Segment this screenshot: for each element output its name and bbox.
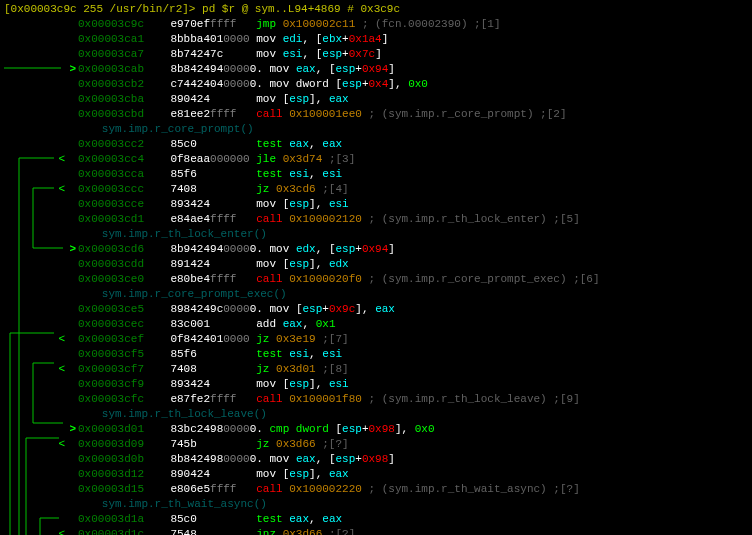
mnemonic: call — [256, 213, 282, 225]
address: 0x00003ce0 — [78, 273, 144, 285]
code-col: 0x00003cf9 893424 mov [esp], esi — [78, 377, 752, 392]
mnemonic: jmp — [256, 18, 276, 30]
address: 0x00003cf9 — [78, 378, 144, 390]
address: 0x00003cec — [78, 318, 144, 330]
mnemonic: mov dword — [269, 78, 328, 90]
address: 0x00003d1a — [78, 513, 144, 525]
asm-line: 0x00003cb2 c744240400000. mov dword [esp… — [4, 77, 748, 92]
asm-line: 0x00003c9c e970efffff jmp 0x100002c11 ; … — [4, 17, 748, 32]
address: 0x00003cdd — [78, 258, 144, 270]
code-col: 0x00003cca 85f6 test esi, esi — [78, 167, 752, 182]
gutter — [8, 347, 78, 362]
asm-line: 0x00003ce0 e80be4ffff call 0x1000020f0 ;… — [4, 272, 748, 287]
code-col: 0x00003d0b 8b84249800000. mov eax, [esp+… — [78, 452, 752, 467]
asm-line: 0x00003d15 e806e5ffff call 0x100002220 ;… — [4, 482, 748, 497]
asm-line: 0x00003cbd e81ee2ffff call 0x100001ee0 ;… — [4, 107, 748, 122]
gutter: < — [8, 332, 78, 347]
gutter — [8, 302, 78, 317]
prompt: [0x00003c9c 255 /usr/bin/r2]> pd $r @ sy… — [4, 3, 400, 15]
gutter: < — [8, 182, 78, 197]
mnemonic: mov — [256, 468, 276, 480]
code-col: 0x00003d12 890424 mov [esp], eax — [78, 467, 752, 482]
gutter — [8, 17, 78, 32]
mnemonic: call — [256, 393, 282, 405]
asm-line: 0x00003cf5 85f6 test esi, esi — [4, 347, 748, 362]
asm-line: sym.imp.r_th_wait_async() — [4, 497, 748, 512]
code-col: 0x00003c9c e970efffff jmp 0x100002c11 ; … — [78, 17, 752, 32]
mnemonic: jz — [256, 183, 269, 195]
gutter — [8, 32, 78, 47]
mnemonic: call — [256, 108, 282, 120]
asm-line: 0x00003d0b 8b84249800000. mov eax, [esp+… — [4, 452, 748, 467]
address: 0x00003cfc — [78, 393, 144, 405]
gutter — [8, 512, 78, 527]
address: 0x00003cbd — [78, 108, 144, 120]
gutter: < — [8, 362, 78, 377]
mnemonic: jnz — [256, 528, 276, 535]
address: 0x00003ca1 — [78, 33, 144, 45]
asm-line: <0x00003cf7 7408 jz 0x3d01 ;[8] — [4, 362, 748, 377]
asm-line: 0x00003cba 890424 mov [esp], eax — [4, 92, 748, 107]
mnemonic: mov — [256, 258, 276, 270]
comment: ; (sym.imp.r_th_wait_async) ;[?] — [362, 483, 580, 495]
address: 0x00003d09 — [78, 438, 144, 450]
prompt-line[interactable]: [0x00003c9c 255 /usr/bin/r2]> pd $r @ sy… — [4, 2, 748, 17]
gutter — [8, 272, 78, 287]
symbol-label: sym.imp.r_th_lock_enter() — [4, 228, 267, 240]
address: 0x00003cd1 — [78, 213, 144, 225]
terminal[interactable]: [0x00003c9c 255 /usr/bin/r2]> pd $r @ sy… — [0, 0, 752, 535]
asm-line: 0x00003cd1 e84ae4ffff call 0x100002120 ;… — [4, 212, 748, 227]
symbol-label: sym.imp.r_th_wait_async() — [4, 498, 267, 510]
asm-line: <0x00003cc4 0f8eaa000000 jle 0x3d74 ;[3] — [4, 152, 748, 167]
address: 0x00003cca — [78, 168, 144, 180]
asm-line: 0x00003cdd 891424 mov [esp], edx — [4, 257, 748, 272]
comment: ; (sym.imp.r_th_lock_enter) ;[5] — [362, 213, 580, 225]
asm-line: >0x00003cd6 8b94249400000. mov edx, [esp… — [4, 242, 748, 257]
code-col: 0x00003cec 83c001 add eax, 0x1 — [78, 317, 752, 332]
asm-line: 0x00003cfc e87fe2ffff call 0x100001f80 ;… — [4, 392, 748, 407]
code-col: 0x00003cd6 8b94249400000. mov edx, [esp+… — [78, 242, 752, 257]
asm-line: <0x00003cef 0f8424010000 jz 0x3e19 ;[7] — [4, 332, 748, 347]
asm-line: sym.imp.r_th_lock_enter() — [4, 227, 748, 242]
address: 0x00003d15 — [78, 483, 144, 495]
code-col: 0x00003cd1 e84ae4ffff call 0x100002120 ;… — [78, 212, 752, 227]
comment: ; (fcn.00002390) ;[1] — [355, 18, 500, 30]
comment: ;[4] — [316, 183, 349, 195]
gutter: > — [8, 62, 78, 77]
asm-line: <0x00003ccc 7408 jz 0x3cd6 ;[4] — [4, 182, 748, 197]
mnemonic: mov — [256, 93, 276, 105]
mnemonic: cmp dword — [269, 423, 328, 435]
mnemonic: test — [256, 168, 282, 180]
mnemonic: test — [256, 138, 282, 150]
mnemonic: jz — [256, 333, 269, 345]
address: 0x00003d12 — [78, 468, 144, 480]
address: 0x00003cc4 — [78, 153, 144, 165]
code-col: 0x00003cc2 85c0 test eax, eax — [78, 137, 752, 152]
code-col: 0x00003ce0 e80be4ffff call 0x1000020f0 ;… — [78, 272, 752, 287]
code-col: 0x00003d01 83bc249800000. cmp dword [esp… — [78, 422, 752, 437]
gutter: > — [8, 422, 78, 437]
address: 0x00003cd6 — [78, 243, 144, 255]
code-col: 0x00003cce 893424 mov [esp], esi — [78, 197, 752, 212]
asm-line: 0x00003cf9 893424 mov [esp], esi — [4, 377, 748, 392]
asm-line: 0x00003d1a 85c0 test eax, eax — [4, 512, 748, 527]
gutter — [8, 467, 78, 482]
asm-line: >0x00003d01 83bc249800000. cmp dword [es… — [4, 422, 748, 437]
asm-line: 0x00003cc2 85c0 test eax, eax — [4, 137, 748, 152]
asm-line: sym.imp.r_th_lock_leave() — [4, 407, 748, 422]
gutter — [8, 167, 78, 182]
asm-line: 0x00003ca1 8bbba4010000 mov edi, [ebx+0x… — [4, 32, 748, 47]
gutter — [8, 257, 78, 272]
address: 0x00003ca7 — [78, 48, 144, 60]
address: 0x00003cf7 — [78, 363, 144, 375]
mnemonic: mov — [256, 48, 276, 60]
asm-line: <0x00003d1c 7548 jnz 0x3d66 ;[?] — [4, 527, 748, 535]
asm-line: sym.imp.r_core_prompt() — [4, 122, 748, 137]
asm-line: sym.imp.r_core_prompt_exec() — [4, 287, 748, 302]
address: 0x00003cc2 — [78, 138, 144, 150]
mnemonic: test — [256, 348, 282, 360]
mnemonic: mov — [256, 33, 276, 45]
gutter — [8, 452, 78, 467]
address: 0x00003cef — [78, 333, 144, 345]
code-col: 0x00003d15 e806e5ffff call 0x100002220 ;… — [78, 482, 752, 497]
